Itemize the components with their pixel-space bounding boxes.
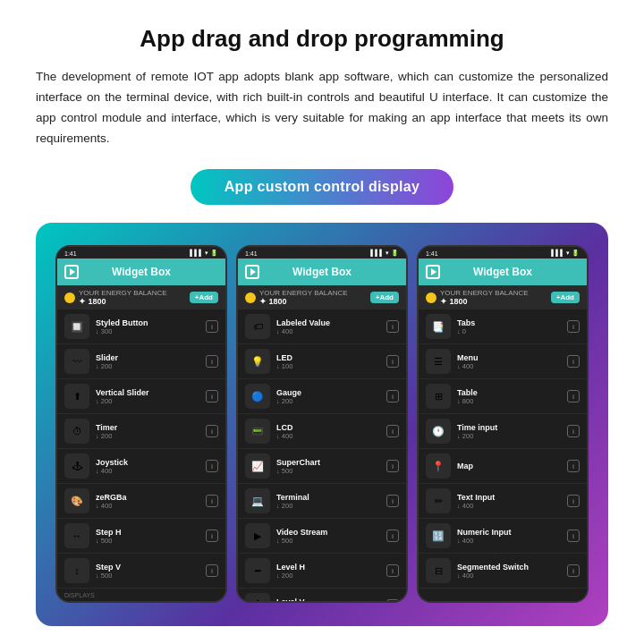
info-icon[interactable]: i <box>386 495 399 507</box>
list-item[interactable]: 🏷 Labeled Value ↓ 400 i <box>238 309 406 344</box>
widget-price: ↓ 400 <box>96 502 199 510</box>
list-item[interactable]: ⊟ Segmented Switch ↓ 400 i <box>419 554 587 589</box>
widget-name: zeRGBa <box>96 493 199 502</box>
info-icon[interactable]: i <box>386 320 399 333</box>
widget-name: Map <box>457 462 561 470</box>
list-item[interactable]: 💻 Terminal ↓ 200 i <box>238 484 406 519</box>
phones-container: 1:41 ▌▌▌ ▾ 🔋 Widget Box YOUR ENERGY BALA… <box>36 223 608 626</box>
list-item[interactable]: ↔ Step H ↓ 500 i <box>57 519 225 554</box>
widget-price: ↓ 100 <box>276 362 380 370</box>
info-icon[interactable]: i <box>206 320 218 333</box>
list-item[interactable]: ↕ Step V ↓ 500 i <box>57 554 225 589</box>
widget-name: Time input <box>457 423 561 432</box>
info-icon[interactable]: i <box>206 425 218 437</box>
phone-2-add-btn[interactable]: +Add <box>370 292 399 303</box>
list-item[interactable]: ⊞ Table ↓ 800 i <box>419 379 587 414</box>
info-icon[interactable]: i <box>567 390 580 402</box>
list-item[interactable]: ┃ Level V ↓ 200 i <box>238 589 406 601</box>
widget-name: Styled Button <box>96 318 199 327</box>
info-icon[interactable]: i <box>567 564 580 577</box>
info-icon[interactable]: i <box>386 390 399 402</box>
list-item[interactable]: 📑 Tabs ↓ 0 i <box>419 309 587 344</box>
widget-name: Segmented Switch <box>457 563 561 572</box>
phone-3-status-bar: 1:41 ▌▌▌ ▾ 🔋 <box>419 247 587 258</box>
list-item[interactable]: ⏱ Timer ↓ 200 i <box>57 414 225 449</box>
list-item[interactable]: ✏ Text Input ↓ 400 i <box>419 484 587 519</box>
widget-icon: 🔵 <box>245 384 270 409</box>
phone-1-scroll-area[interactable]: 🔲 Styled Button ↓ 300 i 〰 Slider ↓ 200 i <box>57 309 225 601</box>
phone-2-scroll-area[interactable]: 🏷 Labeled Value ↓ 400 i 💡 LED ↓ 100 i <box>238 309 406 601</box>
phone-1-add-btn[interactable]: +Add <box>190 292 218 303</box>
info-icon[interactable]: i <box>206 564 218 577</box>
list-item[interactable]: 📟 LCD ↓ 400 i <box>238 414 406 449</box>
list-item[interactable]: 🕐 Time input ↓ 200 i <box>419 414 587 449</box>
widget-price: ↓ 200 <box>276 502 380 510</box>
widget-name: SuperChart <box>276 458 380 467</box>
page-title: App drag and drop programming <box>140 25 504 53</box>
widget-info: Map <box>457 462 561 470</box>
widget-name: Joystick <box>96 458 199 467</box>
info-icon[interactable]: i <box>567 355 580 368</box>
widget-price: ↓ 200 <box>276 572 380 580</box>
list-item[interactable]: 🔵 Gauge ↓ 200 i <box>238 379 406 414</box>
widget-price: ↓ 400 <box>96 467 199 475</box>
widget-icon: ▶ <box>245 523 270 548</box>
widget-icon: ↕ <box>64 558 89 583</box>
phone-3-scroll-area[interactable]: 📑 Tabs ↓ 0 i ☰ Menu ↓ 400 i ⊞ <box>419 309 587 601</box>
widget-info: Step V ↓ 500 <box>96 563 199 580</box>
coin-icon-1 <box>64 292 75 303</box>
widget-name: LCD <box>276 423 380 432</box>
list-item[interactable]: 🕹 Joystick ↓ 400 i <box>57 449 225 484</box>
widget-icon: 📟 <box>245 419 270 444</box>
list-item[interactable]: 〰 Slider ↓ 200 i <box>57 344 225 379</box>
widget-name: Tabs <box>457 318 561 327</box>
section-label: DISPLAYS <box>57 589 225 600</box>
info-icon[interactable]: i <box>386 530 399 542</box>
phone-3-header-title: Widget Box <box>440 266 565 278</box>
info-icon[interactable]: i <box>386 460 399 472</box>
play-icon-3[interactable] <box>426 265 440 279</box>
list-item[interactable]: 📍 Map i <box>419 449 587 484</box>
widget-name: Level V <box>276 597 380 602</box>
info-icon[interactable]: i <box>206 530 218 542</box>
phone-3-add-btn[interactable]: +Add <box>551 292 580 303</box>
widget-icon: 🕹 <box>64 453 89 479</box>
play-icon-2[interactable] <box>245 265 259 279</box>
phone-3-balance-value: ✦ 1800 <box>440 297 529 306</box>
widget-icon: 📑 <box>426 314 451 339</box>
info-icon[interactable]: i <box>386 599 399 601</box>
list-item[interactable]: 🔢 Numeric Input ↓ 400 i <box>419 519 587 554</box>
list-item[interactable]: 💡 LED ↓ 100 i <box>238 344 406 379</box>
widget-info: Styled Button ↓ 300 <box>96 318 199 335</box>
info-icon[interactable]: i <box>206 460 218 472</box>
widget-icon: 💻 <box>245 488 270 513</box>
list-item[interactable]: 📈 SuperChart ↓ 500 i <box>238 449 406 484</box>
list-item[interactable]: 📊 Value Display i <box>57 600 225 601</box>
list-item[interactable]: ━ Level H ↓ 200 i <box>238 554 406 589</box>
list-item[interactable]: ▶ Video Stream ↓ 500 i <box>238 519 406 554</box>
badge-button[interactable]: App custom control display <box>191 169 454 205</box>
info-icon[interactable]: i <box>386 564 399 577</box>
info-icon[interactable]: i <box>206 390 218 402</box>
info-icon[interactable]: i <box>567 495 580 507</box>
widget-price: ↓ 400 <box>457 502 561 510</box>
info-icon[interactable]: i <box>386 355 399 368</box>
info-icon[interactable]: i <box>206 495 218 507</box>
info-icon[interactable]: i <box>206 355 218 368</box>
list-item[interactable]: ⬆ Vertical Slider ↓ 200 i <box>57 379 225 414</box>
info-icon[interactable]: i <box>386 425 399 437</box>
widget-icon: 📍 <box>426 453 451 479</box>
play-icon-1[interactable] <box>64 265 79 279</box>
info-icon[interactable]: i <box>567 320 580 333</box>
info-icon[interactable]: i <box>567 460 580 472</box>
list-item[interactable]: ☰ Menu ↓ 400 i <box>419 344 587 379</box>
phone-2-signal: ▌▌▌ ▾ 🔋 <box>370 250 399 257</box>
list-item[interactable]: 🎨 zeRGBa ↓ 400 i <box>57 484 225 519</box>
widget-info: zeRGBa ↓ 400 <box>96 493 199 510</box>
widget-price: ↓ 200 <box>457 432 561 440</box>
info-icon[interactable]: i <box>567 530 580 542</box>
widget-price: ↓ 500 <box>96 572 199 580</box>
widget-info: Vertical Slider ↓ 200 <box>96 388 199 405</box>
list-item[interactable]: 🔲 Styled Button ↓ 300 i <box>57 309 225 344</box>
info-icon[interactable]: i <box>567 425 580 437</box>
